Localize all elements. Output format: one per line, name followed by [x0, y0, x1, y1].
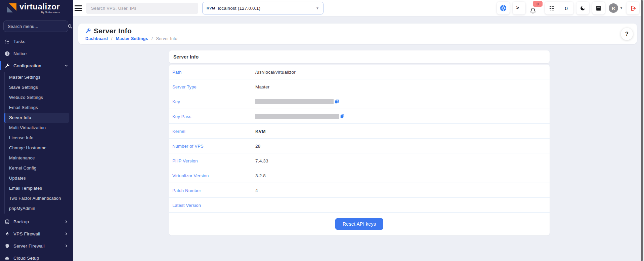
help-button[interactable]: ?	[621, 28, 633, 40]
row-value: /usr/local/virtualizor	[255, 69, 296, 74]
table-row-kernel: Kernel KVM	[169, 124, 550, 139]
row-label[interactable]: PHP Version	[172, 158, 198, 163]
row-value: 7.4.33	[255, 158, 268, 163]
caret-down-icon: ▼	[620, 6, 623, 10]
notifications-button[interactable]: 0	[528, 1, 542, 15]
tasks-counter-button[interactable]: 0	[545, 2, 573, 14]
sidebar-item-label: Backup	[13, 219, 29, 224]
main-content: Server Info Dashboard / Master Settings …	[73, 16, 644, 261]
chevron-right-icon	[64, 220, 68, 224]
copy-icon[interactable]	[335, 99, 339, 104]
row-label[interactable]: Server Type	[172, 84, 197, 89]
brand-tagline: By Softaculous	[19, 11, 60, 14]
server-select-value: localhost (127.0.0.1)	[218, 6, 261, 11]
sidebar-item-backup[interactable]: Backup	[0, 216, 73, 228]
table-row-php-version: PHP Version 7.4.33	[169, 153, 550, 168]
sidebar-subitem-change-hostname[interactable]: Change Hostname	[5, 143, 69, 153]
sidebar-search	[3, 21, 68, 32]
dark-mode-button[interactable]	[576, 2, 589, 14]
row-value: 28	[255, 143, 260, 148]
docs-button[interactable]	[592, 2, 605, 14]
table-row-patch-number: Patch Number 4	[169, 183, 550, 198]
row-label[interactable]: Virtualizor Version	[172, 173, 209, 178]
sidebar-subitem-email-settings[interactable]: Email Settings	[5, 103, 69, 113]
page-scrollbar[interactable]	[641, 0, 644, 261]
copy-icon[interactable]	[340, 114, 345, 119]
shield-icon	[4, 243, 10, 249]
row-label[interactable]: Latest Version	[172, 202, 201, 208]
sidebar-item-label: Notice	[13, 51, 27, 56]
row-label[interactable]: Patch Number	[172, 188, 201, 193]
flame-icon	[4, 231, 10, 236]
breadcrumb-link-dashboard[interactable]: Dashboard	[85, 36, 108, 41]
table-row-path: Path /usr/local/virtualizor	[169, 65, 550, 79]
server-select-dropdown[interactable]: KVM localhost (127.0.0.1) ▼	[202, 2, 324, 14]
sidebar-subitem-kernel-config[interactable]: Kernel Config	[5, 163, 69, 173]
question-mark-icon: ?	[625, 31, 629, 37]
avatar: R	[609, 3, 618, 13]
terminal-icon: >_	[516, 5, 522, 11]
user-menu[interactable]: R ▼	[609, 3, 623, 13]
sidebar-item-cloud-setup[interactable]: Cloud Setup	[0, 252, 73, 261]
row-label[interactable]: Key	[172, 99, 180, 104]
row-label[interactable]: Key Pass	[172, 114, 191, 119]
scrollbar-thumb[interactable]	[641, 0, 643, 261]
wrench-icon	[85, 28, 91, 34]
breadcrumb-current: Server Info	[156, 36, 177, 41]
server-type-badge: KVM	[207, 6, 215, 10]
row-value: 3.2.8	[255, 173, 266, 178]
support-button[interactable]	[497, 2, 510, 14]
tasks-icon	[4, 39, 10, 44]
row-label[interactable]: Number of VPS	[172, 143, 204, 148]
row-label[interactable]: Path	[172, 69, 182, 74]
sidebar-item-label: Server Firewall	[13, 244, 45, 249]
page-title: Server Info	[94, 27, 132, 35]
caret-down-icon: ▼	[316, 6, 319, 10]
brand-logo-icon	[6, 3, 17, 13]
sidebar-subitem-phpmyadmin[interactable]: phpMyAdmin	[5, 203, 69, 214]
terminal-button[interactable]: >_	[513, 2, 525, 14]
sidebar-subitem-license-info[interactable]: License Info	[5, 133, 69, 143]
table-row-latest-version: Latest Version	[169, 198, 550, 213]
masked-value-bar	[255, 114, 339, 119]
card-footer: Reset API keys	[169, 213, 550, 235]
sidebar: virtualizor By Softaculous Tasks Notice …	[0, 0, 73, 261]
logout-icon	[630, 5, 636, 11]
global-search-input[interactable]	[90, 5, 194, 11]
book-icon	[596, 5, 601, 11]
sidebar-subitem-maintenance[interactable]: Maintenance	[5, 153, 69, 163]
row-label[interactable]: Kernel	[172, 128, 185, 134]
sidebar-subitem-webuzo-settings[interactable]: Webuzo Settings	[5, 92, 69, 103]
configuration-submenu: Master Settings Slave Settings Webuzo Se…	[4, 72, 73, 214]
sidebar-item-configuration[interactable]: Configuration	[0, 60, 73, 72]
search-icon	[68, 24, 73, 29]
topbar: KVM localhost (127.0.0.1) ▼ >_ 0 0	[73, 0, 644, 16]
sidebar-subitem-two-factor-authentication[interactable]: Two Factor Authentication	[5, 193, 69, 203]
table-row-server-type: Server Type Master	[169, 79, 550, 94]
sidebar-subitem-master-settings[interactable]: Master Settings	[5, 72, 69, 82]
sidebar-item-vps-firewall[interactable]: VPS Firewall	[0, 228, 73, 240]
reset-api-keys-button[interactable]: Reset API keys	[335, 218, 383, 230]
table-row-virtualizor-version: Virtualizor Version 3.2.8	[169, 168, 550, 183]
brand-name: virtualizor	[19, 3, 60, 11]
hamburger-menu-icon[interactable]	[75, 5, 82, 11]
logout-button[interactable]	[627, 2, 639, 14]
breadcrumb-link-master-settings[interactable]: Master Settings	[116, 36, 148, 41]
sidebar-subitem-email-templates[interactable]: Email Templates	[5, 183, 69, 193]
sidebar-search-input[interactable]	[7, 24, 68, 29]
sidebar-subitem-multi-virtualization[interactable]: Multi Virtualization	[5, 123, 69, 133]
sidebar-item-notice[interactable]: Notice	[0, 47, 73, 60]
sidebar-subitem-updates[interactable]: Updates	[5, 173, 69, 183]
server-info-card: Path /usr/local/virtualizor Server Type …	[169, 65, 550, 235]
brand-logo[interactable]: virtualizor By Softaculous	[0, 0, 73, 16]
table-row-number-of-vps: Number of VPS 28	[169, 139, 550, 153]
row-value: Master	[255, 84, 269, 89]
sidebar-item-tasks[interactable]: Tasks	[0, 35, 73, 47]
notice-icon	[4, 51, 10, 56]
checklist-icon	[545, 2, 559, 14]
sidebar-item-label: Cloud Setup	[13, 256, 39, 261]
sidebar-subitem-slave-settings[interactable]: Slave Settings	[5, 82, 69, 92]
sidebar-subitem-server-info[interactable]: Server Info	[4, 113, 69, 123]
row-value: KVM	[255, 128, 266, 134]
sidebar-item-server-firewall[interactable]: Server Firewall	[0, 240, 73, 252]
